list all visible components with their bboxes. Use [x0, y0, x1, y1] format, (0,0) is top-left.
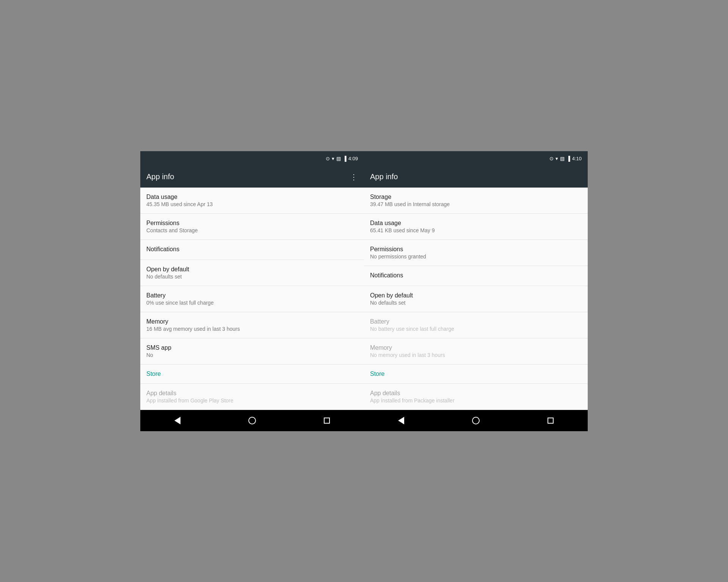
app-bar-2: App info	[364, 166, 588, 188]
item-subtitle-open-by-default-1: No defaults set	[146, 274, 358, 280]
list-item-open-by-default-2[interactable]: Open by default No defaults set	[364, 286, 588, 312]
list-item-app-details-1: App details App installed from Google Pl…	[140, 384, 364, 410]
item-title-permissions-1: Permissions	[146, 220, 358, 227]
list-item-battery-2: Battery No battery use since last full c…	[364, 312, 588, 338]
status-bar-1: ⊙ ▾ ▧ ▐ 4:09	[140, 151, 364, 166]
list-item-store-1[interactable]: Store	[140, 365, 364, 384]
home-button-1[interactable]	[248, 417, 256, 424]
list-item-permissions-1[interactable]: Permissions Contacts and Storage	[140, 214, 364, 240]
item-subtitle-battery-1: 0% use since last full charge	[146, 300, 358, 306]
phone-2: ⊙ ▾ ▧ ▐ 4:10 App info Storage 39.47 MB u…	[364, 151, 588, 431]
wifi-icon-1: ▾	[332, 156, 334, 161]
status-icons-1: ⊙ ▾ ▧ ▐ 4:09	[326, 156, 358, 161]
item-title-store-1: Store	[146, 371, 358, 377]
app-bar-title-2: App info	[370, 172, 398, 181]
app-bar-title-1: App info	[146, 172, 174, 181]
home-button-2[interactable]	[472, 417, 480, 424]
item-title-memory-1: Memory	[146, 318, 358, 325]
item-subtitle-permissions-2: No permissions granted	[370, 253, 582, 260]
nav-bar-2	[364, 410, 588, 431]
list-item-app-details-2: App details App installed from Package i…	[364, 384, 588, 410]
list-item-memory-2: Memory No memory used in last 3 hours	[364, 338, 588, 365]
menu-button-1[interactable]: ⋮	[350, 172, 358, 181]
phones-container: ⊙ ▾ ▧ ▐ 4:09 App info ⋮ Data usage 45.35…	[140, 151, 588, 431]
item-subtitle-storage-2: 39.47 MB used in Internal storage	[370, 201, 582, 207]
item-title-notifications-2: Notifications	[370, 272, 582, 279]
nav-bar-1	[140, 410, 364, 431]
signal-icon-1: ▧	[336, 156, 341, 161]
status-bar-2: ⊙ ▾ ▧ ▐ 4:10	[364, 151, 588, 166]
time-1: 4:09	[348, 156, 358, 161]
item-title-battery-2: Battery	[370, 318, 582, 325]
list-item-open-by-default-1[interactable]: Open by default No defaults set	[140, 260, 364, 286]
content-1: Data usage 45.35 MB used since Apr 13 Pe…	[140, 188, 364, 410]
item-title-storage-2: Storage	[370, 194, 582, 200]
list-item-data-usage-1[interactable]: Data usage 45.35 MB used since Apr 13	[140, 188, 364, 214]
list-item-data-usage-2[interactable]: Data usage 65.41 KB used since May 9	[364, 214, 588, 240]
item-title-data-usage-2: Data usage	[370, 220, 582, 227]
back-button-2[interactable]	[398, 417, 404, 424]
item-title-battery-1: Battery	[146, 292, 358, 299]
list-item-sms-1[interactable]: SMS app No	[140, 338, 364, 365]
battery-icon-2: ▐	[566, 156, 570, 161]
recents-button-2[interactable]	[548, 418, 554, 424]
list-item-permissions-2[interactable]: Permissions No permissions granted	[364, 240, 588, 266]
wifi-icon-2: ▾	[555, 156, 558, 161]
item-title-open-by-default-1: Open by default	[146, 266, 358, 273]
list-item-battery-1[interactable]: Battery 0% use since last full charge	[140, 286, 364, 312]
list-item-notifications-2[interactable]: Notifications	[364, 266, 588, 286]
item-subtitle-permissions-1: Contacts and Storage	[146, 227, 358, 233]
item-title-data-usage-1: Data usage	[146, 194, 358, 200]
item-subtitle-memory-1: 16 MB avg memory used in last 3 hours	[146, 326, 358, 332]
app-bar-1: App info ⋮	[140, 166, 364, 188]
list-item-notifications-1[interactable]: Notifications	[140, 240, 364, 260]
item-subtitle-data-usage-1: 45.35 MB used since Apr 13	[146, 201, 358, 207]
item-title-notifications-1: Notifications	[146, 246, 358, 253]
list-item-store-2[interactable]: Store	[364, 365, 588, 384]
item-subtitle-memory-2: No memory used in last 3 hours	[370, 352, 582, 358]
item-title-permissions-2: Permissions	[370, 246, 582, 253]
status-icons-2: ⊙ ▾ ▧ ▐ 4:10	[549, 156, 582, 161]
item-title-open-by-default-2: Open by default	[370, 292, 582, 299]
phone-1: ⊙ ▾ ▧ ▐ 4:09 App info ⋮ Data usage 45.35…	[140, 151, 364, 431]
back-button-1[interactable]	[174, 417, 180, 424]
target-icon-1: ⊙	[326, 156, 330, 161]
item-title-memory-2: Memory	[370, 344, 582, 351]
item-title-app-details-1: App details	[146, 390, 358, 397]
time-2: 4:10	[572, 156, 582, 161]
list-item-storage-2[interactable]: Storage 39.47 MB used in Internal storag…	[364, 188, 588, 214]
item-title-sms-1: SMS app	[146, 344, 358, 351]
target-icon-2: ⊙	[549, 156, 554, 161]
battery-icon-1: ▐	[343, 156, 346, 161]
item-subtitle-open-by-default-2: No defaults set	[370, 300, 582, 306]
signal-icon-2: ▧	[560, 156, 565, 161]
item-subtitle-data-usage-2: 65.41 KB used since May 9	[370, 227, 582, 233]
list-item-memory-1[interactable]: Memory 16 MB avg memory used in last 3 h…	[140, 312, 364, 338]
item-subtitle-app-details-1: App installed from Google Play Store	[146, 397, 358, 404]
item-title-store-2: Store	[370, 371, 582, 377]
item-title-app-details-2: App details	[370, 390, 582, 397]
item-subtitle-battery-2: No battery use since last full charge	[370, 326, 582, 332]
recents-button-1[interactable]	[324, 418, 330, 424]
item-subtitle-sms-1: No	[146, 352, 358, 358]
content-2: Storage 39.47 MB used in Internal storag…	[364, 188, 588, 410]
item-subtitle-app-details-2: App installed from Package installer	[370, 397, 582, 404]
